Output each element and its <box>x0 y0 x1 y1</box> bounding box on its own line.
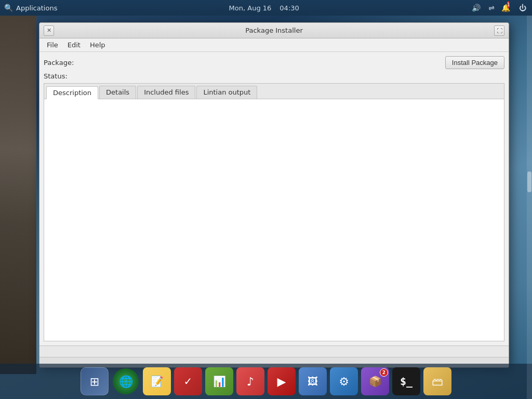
window-title: Package Installer <box>54 26 494 34</box>
tab-description[interactable]: Description <box>46 86 98 99</box>
top-panel-center: Mon, Aug 16 04:30 <box>229 4 299 12</box>
network-icon[interactable]: ⇌ <box>486 3 497 13</box>
power-icon[interactable]: ⏻ <box>517 3 528 13</box>
dock-item-web-browser[interactable]: 🌐 <box>112 367 140 395</box>
notification-icon[interactable]: 🔔 1 <box>502 3 512 13</box>
installer-icon: 📦 <box>369 375 382 388</box>
web-browser-icon: 🌐 <box>119 375 133 388</box>
tab-lintian-output[interactable]: Lintian output <box>196 86 257 99</box>
package-row: Package: Install Package <box>44 56 504 69</box>
dock-item-installer[interactable]: 📦 2 <box>361 367 389 395</box>
installer-badge: 2 <box>380 368 388 377</box>
tabs-container: Description Details Included files Linti… <box>44 83 504 341</box>
close-button[interactable]: ✕ <box>44 25 54 36</box>
status-bar <box>39 345 509 357</box>
date-display: Mon, Aug 16 <box>229 4 272 12</box>
dock-item-music[interactable]: ♪ <box>236 367 264 395</box>
tab-bar: Description Details Included files Linti… <box>44 84 504 99</box>
dock-item-settings[interactable]: ⚙ <box>330 367 358 395</box>
menu-help[interactable]: Help <box>86 39 110 50</box>
tasks-icon: ✓ <box>184 375 193 388</box>
archive-icon: 🗃 <box>432 375 443 388</box>
volume-icon[interactable]: 🔊 <box>471 3 481 13</box>
desktop: 🔍 Applications Mon, Aug 16 04:30 🔊 ⇌ 🔔 1… <box>0 0 532 399</box>
dock-item-photos[interactable]: 🖼 <box>299 367 327 395</box>
dock-item-spreadsheet[interactable]: 📊 <box>205 367 233 395</box>
menu-edit[interactable]: Edit <box>63 39 85 50</box>
maximize-button[interactable]: ⛶ <box>494 25 504 36</box>
dock-item-tasks[interactable]: ✓ <box>174 367 202 395</box>
spreadsheet-icon: 📊 <box>213 375 226 388</box>
scrollbar-handle[interactable] <box>527 171 531 192</box>
dock-item-window-switcher[interactable]: ⊞ <box>81 367 109 395</box>
photos-icon: 🖼 <box>308 375 318 388</box>
applications-menu[interactable]: Applications <box>16 4 57 12</box>
window-switcher-icon: ⊞ <box>90 375 99 388</box>
dock-item-terminal[interactable]: $_ <box>392 367 420 395</box>
top-panel-right: 🔊 ⇌ 🔔 1 ⏻ <box>471 3 528 13</box>
notes-icon: 📝 <box>151 375 164 388</box>
search-icon: 🔍 <box>4 4 13 12</box>
time-display: 04:30 <box>280 4 299 12</box>
scrollbar-area[interactable] <box>527 16 532 399</box>
status-label: Status: <box>44 72 75 80</box>
dock-item-notes[interactable]: 📝 <box>143 367 171 395</box>
tab-content-area <box>44 99 504 341</box>
dock-item-archive[interactable]: 🗃 <box>423 367 451 395</box>
music-icon: ♪ <box>247 375 254 388</box>
top-panel-left: 🔍 Applications <box>4 4 57 12</box>
terminal-icon: $_ <box>400 375 413 388</box>
dock-item-video[interactable]: ▶ <box>268 367 296 395</box>
status-row: Status: <box>44 72 504 80</box>
window-titlebar: ✕ Package Installer ⛶ <box>39 23 509 38</box>
window-content: Package: Install Package Status: Descrip… <box>39 52 509 345</box>
settings-icon: ⚙ <box>339 375 349 388</box>
install-package-button[interactable]: Install Package <box>445 56 504 69</box>
menu-file[interactable]: File <box>43 39 62 50</box>
window-menubar: File Edit Help <box>39 38 509 52</box>
package-field: Package: <box>44 59 79 66</box>
video-icon: ▶ <box>277 375 286 388</box>
notification-badge: 1 <box>507 1 510 8</box>
top-panel: 🔍 Applications Mon, Aug 16 04:30 🔊 ⇌ 🔔 1… <box>0 0 532 16</box>
tab-details[interactable]: Details <box>99 86 136 99</box>
package-installer-window: ✕ Package Installer ⛶ File Edit Help Pac… <box>39 22 509 368</box>
tab-included-files[interactable]: Included files <box>137 86 195 99</box>
package-label: Package: <box>44 59 75 66</box>
dock: ⊞ 🌐 📝 ✓ 📊 ♪ ▶ 🖼 <box>0 364 532 399</box>
